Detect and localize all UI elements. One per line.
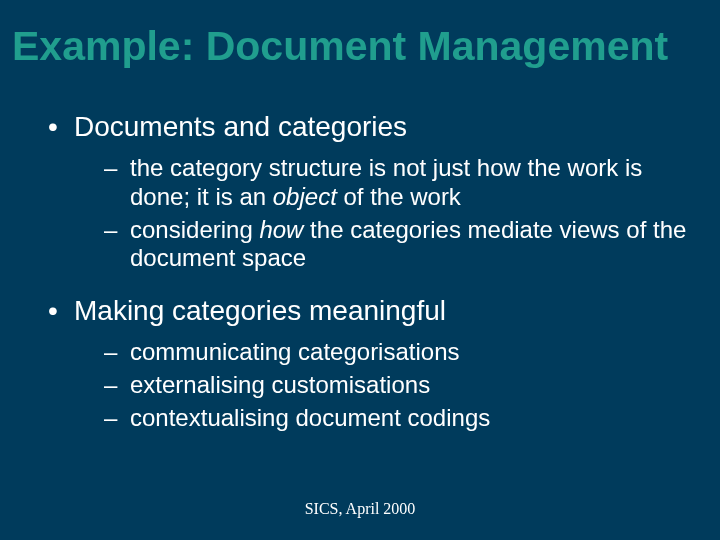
slide-footer: SICS, April 2000 [0, 500, 720, 518]
slide-title: Example: Document Management [12, 24, 708, 69]
bullet-level2: externalising customisations [74, 371, 688, 400]
slide: Example: Document Management Documents a… [0, 0, 720, 540]
bullet-level1: Making categories meaningful [46, 293, 688, 328]
spacer [46, 277, 688, 293]
slide-body: Documents and categories the category st… [12, 109, 708, 433]
text-run-italic: how [259, 216, 303, 243]
bullet-level2: the category structure is not just how t… [74, 154, 688, 212]
text-run: of the work [337, 183, 461, 210]
bullet-level2: contextualising document codings [74, 404, 688, 433]
text-run: considering [130, 216, 259, 243]
bullet-level2: communicating categorisations [74, 338, 688, 367]
bullet-level1: Documents and categories [46, 109, 688, 144]
text-run-italic: object [273, 183, 337, 210]
bullet-level2: considering how the categories mediate v… [74, 216, 688, 274]
